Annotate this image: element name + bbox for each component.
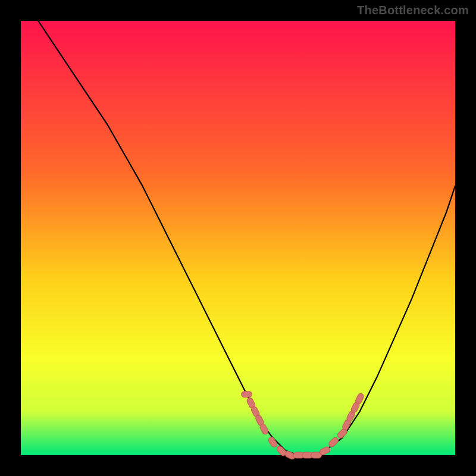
bottleneck-curve-plot (0, 0, 476, 476)
chart-stage: TheBottleneck.com (0, 0, 476, 476)
marker-point (242, 392, 252, 397)
svg-rect-0 (242, 392, 252, 397)
gradient-plot-area (21, 21, 455, 455)
